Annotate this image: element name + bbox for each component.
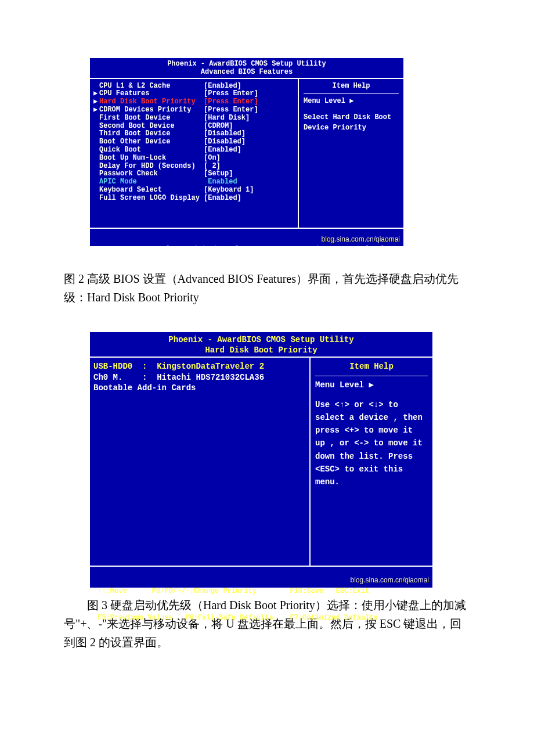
help-desc: Device Priority	[304, 124, 399, 132]
setting-label: CPU L1 & L2 Cache	[99, 82, 204, 91]
help-text: press <+> to move it	[315, 425, 428, 435]
menu-triangle-icon	[93, 114, 99, 123]
setting-label: First Boot Device	[99, 114, 204, 123]
menu-triangle-icon	[93, 178, 99, 186]
menu-triangle-icon	[93, 163, 99, 171]
menu-triangle-icon: ▶	[93, 98, 99, 106]
bios-setting-row: ▶Hard Disk Boot Priority[Press Enter]	[93, 98, 294, 106]
setting-label: Keyboard Select	[99, 186, 204, 195]
footer-line: ↑↓:Move PU/PD/+/-:Change Priority F10:Sa…	[93, 587, 429, 596]
setting-label: Hard Disk Boot Priority	[99, 98, 204, 106]
bios2-title: Phoenix - AwardBIOS CMOS Setup Utility	[90, 332, 432, 345]
setting-value: [Enabled]	[204, 146, 241, 154]
footer-line: F5: Previous Values F6:Fail-Safe Default…	[93, 267, 400, 275]
watermark: blog.sina.com.cn/qiaomai	[351, 576, 429, 585]
bios1-help-pane: Item Help Menu Level ▶ Select Hard Disk …	[299, 79, 403, 228]
setting-value: [Press Enter]	[204, 106, 258, 114]
setting-value: [Disabled]	[204, 130, 246, 138]
menu-triangle-icon	[93, 170, 99, 178]
watermark: blog.sina.com.cn/qiaomai	[322, 236, 400, 244]
setting-value: Enabled	[204, 178, 237, 186]
setting-label: Boot Other Device	[99, 138, 204, 146]
menu-triangle-icon	[93, 82, 99, 91]
help-text: down the list. Press	[315, 451, 428, 462]
setting-value: [Keyboard 1]	[204, 186, 254, 195]
setting-value: [Press Enter]	[204, 90, 258, 98]
bios-setting-row: ▶CPU Features[Press Enter]	[93, 90, 294, 98]
setting-value: [On]	[204, 154, 221, 163]
footer-line: F5:Previous Values F6:Fail-Safe Defaults…	[93, 614, 429, 623]
setting-value: [Setup]	[204, 170, 233, 178]
boot-device-row: Ch0 M. : Hitachi HDS721032CLA36	[93, 372, 306, 383]
bios-setting-row: Keyboard Select[Keyboard 1]	[93, 186, 294, 195]
setting-value: [Disabled]	[204, 138, 246, 146]
setting-value: [Enabled]	[204, 195, 241, 203]
bios-setting-row: First Boot Device[Hard Disk]	[93, 114, 294, 123]
menu-triangle-icon: ▶	[93, 106, 99, 114]
setting-value: [ 2]	[204, 163, 221, 171]
setting-label: Third Boot Device	[99, 130, 204, 138]
menu-triangle-icon	[93, 123, 99, 131]
boot-device-row: USB-HDD0 : KingstonDataTraveler 2	[93, 361, 306, 372]
bios2-help-pane: Item Help Menu Level ▶ Use <↑> or <↓> to…	[311, 358, 432, 566]
help-text: <ESC> to exit this	[315, 464, 428, 474]
help-title: Item Help	[315, 361, 428, 376]
setting-label: Second Boot Device	[99, 123, 204, 131]
menu-triangle-icon	[93, 195, 99, 203]
help-text: select a device , then	[315, 412, 428, 423]
setting-value: [CDROM]	[204, 123, 233, 131]
device-label: USB-HDD0 : KingstonDataTraveler 2	[93, 361, 264, 372]
bios-setting-row: Quick Boot[Enabled]	[93, 146, 294, 154]
device-label: Ch0 M. : Hitachi HDS721032CLA36	[93, 372, 264, 383]
menu-level: Menu Level ▶	[304, 98, 399, 106]
setting-label: CPU Features	[99, 90, 204, 98]
bios-setting-row: Full Screen LOGO Display[Enabled]	[93, 195, 294, 203]
bios1-subtitle: Advanced BIOS Features	[90, 69, 403, 78]
bios-setting-row: Passwork Check[Setup]	[93, 170, 294, 178]
bios1-body: CPU L1 & L2 Cache[Enabled]▶CPU Features[…	[90, 78, 403, 228]
bios1-settings-pane: CPU L1 & L2 Cache[Enabled]▶CPU Features[…	[90, 79, 299, 228]
bios-screenshot-2: Phoenix - AwardBIOS CMOS Setup Utility H…	[90, 332, 432, 588]
menu-triangle-icon	[93, 130, 99, 138]
bios-setting-row: Boot Other Device[Disabled]	[93, 138, 294, 146]
bios2-devices-pane: USB-HDD0 : KingstonDataTraveler 2Ch0 M. …	[90, 358, 311, 566]
device-label: Bootable Add-in Cards	[93, 383, 196, 393]
bios-setting-row: Second Boot Device[CDROM]	[93, 123, 294, 131]
bios-setting-row: Boot Up Num-Lock[On]	[93, 154, 294, 163]
menu-triangle-icon	[93, 138, 99, 146]
menu-triangle-icon: ▶	[93, 90, 99, 98]
setting-label: Quick Boot	[99, 146, 204, 154]
help-desc: Select Hard Disk Boot	[304, 114, 399, 122]
bios-setting-row: APIC Mode Enabled	[93, 178, 294, 186]
menu-level: Menu Level ▶	[315, 380, 428, 390]
footer-line: ↑↓←→:Move Enter:Select +/-/PU/PD:Value F…	[93, 245, 400, 253]
bios2-body: USB-HDD0 : KingstonDataTraveler 2Ch0 M. …	[90, 357, 432, 566]
setting-label: Delay For HDD (Seconds)	[99, 163, 204, 171]
menu-triangle-icon	[93, 154, 99, 163]
help-text: Use <↑> or <↓> to	[315, 399, 428, 410]
setting-label: APIC Mode	[99, 178, 204, 186]
bios-setting-row: Third Boot Device[Disabled]	[93, 130, 294, 138]
bios1-title: Phoenix - AwardBIOS CMOS Setup Utility	[90, 58, 403, 69]
bios-setting-row: CPU L1 & L2 Cache[Enabled]	[93, 82, 294, 91]
setting-label: CDROM Devices Priority	[99, 106, 204, 114]
setting-value: [Enabled]	[204, 82, 241, 91]
menu-triangle-icon	[93, 146, 99, 154]
setting-label: Passwork Check	[99, 170, 204, 178]
setting-label: Full Screen LOGO Display	[99, 195, 204, 203]
help-text: menu.	[315, 477, 428, 487]
bios-screenshot-1: Phoenix - AwardBIOS CMOS Setup Utility A…	[90, 58, 403, 246]
bios2-subtitle: Hard Disk Boot Priority	[90, 345, 432, 357]
help-title: Item Help	[304, 82, 399, 95]
bios-setting-row: Delay For HDD (Seconds)[ 2]	[93, 163, 294, 171]
boot-device-row: Bootable Add-in Cards	[93, 383, 306, 393]
bios-setting-row: ▶CDROM Devices Priority[Press Enter]	[93, 106, 294, 114]
setting-label: Boot Up Num-Lock	[99, 154, 204, 163]
setting-value: [Press Enter]	[204, 98, 258, 106]
setting-value: [Hard Disk]	[204, 114, 250, 123]
help-text: up , or <-> to move it	[315, 438, 428, 448]
menu-triangle-icon	[93, 186, 99, 195]
